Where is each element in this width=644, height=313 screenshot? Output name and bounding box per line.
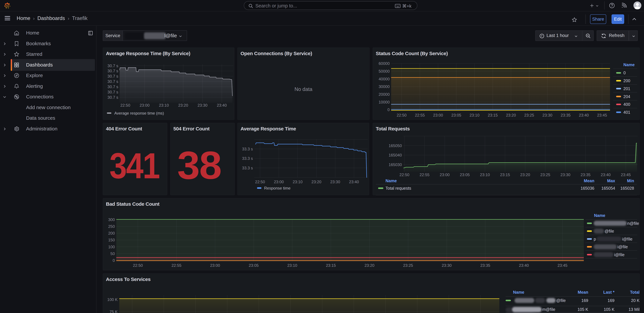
svg-text:i@file: i@file — [614, 252, 624, 257]
svg-text:23:15: 23:15 — [500, 173, 510, 177]
svg-text:100: 100 — [108, 245, 115, 249]
svg-text:23:20: 23:20 — [312, 180, 321, 184]
svg-text:23:40: 23:40 — [217, 103, 227, 108]
svg-text:i@file: i@file — [622, 237, 632, 241]
svg-text:23:10: 23:10 — [480, 173, 490, 177]
svg-text:Response time: Response time — [264, 186, 290, 190]
svg-text:165054: 165054 — [602, 186, 615, 190]
svg-text:23:45: 23:45 — [597, 113, 607, 117]
svg-text:23:20: 23:20 — [520, 173, 530, 177]
svg-text:23:40: 23:40 — [579, 113, 589, 117]
svg-text:23:00: 23:00 — [433, 113, 443, 117]
svg-text:23:05: 23:05 — [460, 173, 470, 177]
svg-text:Mean: Mean — [584, 178, 594, 183]
svg-text:23:40: 23:40 — [601, 173, 611, 177]
svg-text:105 K: 105 K — [604, 307, 615, 312]
svg-text:23:10: 23:10 — [159, 103, 169, 108]
svg-text:169: 169 — [581, 298, 588, 303]
svg-text:33.3 s: 33.3 s — [242, 147, 253, 151]
svg-text:23:25: 23:25 — [403, 263, 413, 268]
svg-text:23:05: 23:05 — [249, 263, 259, 268]
svg-text:100 K: 100 K — [107, 297, 118, 302]
svg-text:105 K: 105 K — [578, 307, 588, 312]
svg-text:Average response time (ms): Average response time (ms) — [114, 111, 164, 115]
svg-text:23:20: 23:20 — [364, 263, 374, 268]
svg-text:40000: 40000 — [378, 77, 390, 81]
svg-text:Name: Name — [624, 62, 634, 67]
svg-text:60000: 60000 — [378, 61, 390, 66]
svg-text:10000: 10000 — [378, 100, 390, 104]
svg-text:204: 204 — [624, 94, 630, 99]
svg-text:0: 0 — [388, 108, 390, 112]
svg-text:30000: 30000 — [378, 84, 390, 89]
svg-text:23:25: 23:25 — [540, 173, 550, 177]
svg-text:23:40: 23:40 — [349, 180, 359, 184]
svg-text:n@file: n@file — [627, 221, 639, 226]
svg-text:22:55: 22:55 — [415, 113, 425, 117]
svg-text:165040: 165040 — [389, 153, 402, 157]
svg-text:Name: Name — [513, 290, 524, 294]
svg-text:23:00: 23:00 — [440, 173, 450, 177]
svg-text:30.7 s: 30.7 s — [108, 90, 118, 94]
svg-text:Min: Min — [627, 178, 634, 183]
svg-text:150: 150 — [108, 238, 115, 242]
svg-text:22:50: 22:50 — [255, 180, 265, 184]
svg-text:23:30: 23:30 — [330, 180, 340, 184]
svg-text:Total: Total — [630, 290, 640, 294]
svg-text:23:40: 23:40 — [519, 263, 529, 268]
svg-text:Name: Name — [594, 213, 605, 218]
svg-text:30.7 s: 30.7 s — [108, 85, 118, 89]
svg-text:22:50: 22:50 — [133, 263, 143, 268]
svg-text:23:10: 23:10 — [287, 263, 297, 268]
svg-text:200: 200 — [624, 78, 630, 83]
svg-text:23:35: 23:35 — [581, 173, 590, 177]
svg-text:23:30: 23:30 — [560, 173, 570, 177]
svg-text:23:45: 23:45 — [558, 263, 568, 268]
svg-text:250: 250 — [108, 224, 115, 229]
svg-text:33.3 s: 33.3 s — [242, 156, 253, 161]
svg-text:13 Mil: 13 Mil — [628, 307, 640, 312]
svg-text:165028: 165028 — [620, 186, 634, 190]
svg-text:200: 200 — [108, 231, 115, 235]
svg-text:23:20: 23:20 — [506, 113, 516, 117]
svg-text:23:45: 23:45 — [621, 173, 631, 177]
svg-text:165050: 165050 — [389, 143, 402, 148]
svg-text:23:35: 23:35 — [480, 263, 490, 268]
svg-text:0: 0 — [113, 258, 115, 263]
svg-text:Last *: Last * — [603, 290, 614, 294]
svg-text:30.7 s: 30.7 s — [108, 64, 118, 68]
svg-text:@file: @file — [556, 298, 566, 303]
svg-text:23:30: 23:30 — [442, 263, 452, 268]
svg-text:165036: 165036 — [581, 186, 594, 190]
svg-text:401: 401 — [624, 110, 630, 115]
svg-text:30.7 s: 30.7 s — [108, 95, 118, 100]
svg-text:23:00: 23:00 — [210, 263, 220, 268]
svg-text:20 K: 20 K — [631, 298, 640, 303]
svg-text:m@file: m@file — [542, 307, 555, 312]
svg-text:165030: 165030 — [389, 162, 402, 167]
svg-text:22:50: 22:50 — [400, 173, 410, 177]
svg-text:23:05: 23:05 — [451, 113, 461, 117]
svg-text:22:50: 22:50 — [120, 103, 130, 108]
svg-text:23:20: 23:20 — [178, 103, 188, 108]
svg-text:33.3 s: 33.3 s — [242, 166, 253, 170]
svg-text:23:25: 23:25 — [524, 113, 534, 117]
svg-text:23:00: 23:00 — [140, 103, 150, 108]
svg-text:Total requests: Total requests — [386, 186, 411, 190]
svg-text:Max: Max — [607, 178, 615, 183]
svg-text:400: 400 — [624, 102, 630, 107]
svg-text:22:50: 22:50 — [397, 113, 406, 117]
svg-text:23:00: 23:00 — [274, 180, 284, 184]
svg-text:50: 50 — [110, 251, 115, 256]
svg-text:30.7 s: 30.7 s — [108, 69, 118, 73]
svg-text:300: 300 — [108, 217, 115, 222]
svg-text:i@file: i@file — [618, 244, 628, 249]
svg-text:23:35: 23:35 — [561, 113, 570, 117]
svg-text:@file: @file — [604, 229, 614, 233]
svg-text:23:30: 23:30 — [198, 103, 207, 108]
svg-text:Mean: Mean — [578, 290, 588, 294]
svg-text:20000: 20000 — [378, 92, 390, 97]
svg-text:50000: 50000 — [378, 69, 390, 74]
svg-text:75 K: 75 K — [110, 309, 118, 313]
svg-text:30.7 s: 30.7 s — [108, 79, 118, 84]
